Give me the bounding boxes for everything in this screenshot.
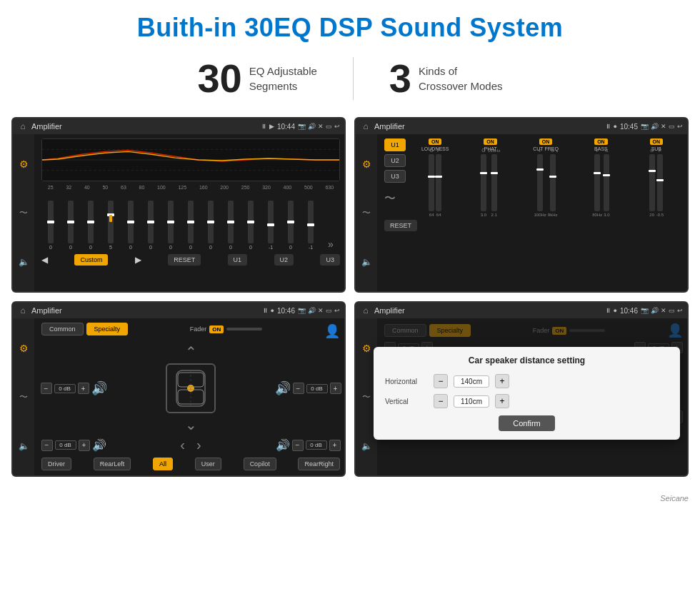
eq-slider-10[interactable]: 0	[228, 201, 234, 250]
eq-slider-1[interactable]: 0	[48, 201, 54, 250]
speaker-common-tab[interactable]: Common	[41, 323, 84, 335]
cutfreq-slider-f[interactable]	[537, 154, 543, 211]
eq-slider-8[interactable]: 0	[188, 201, 194, 250]
crossover-sidebar-icon-3[interactable]: 🔈	[361, 257, 372, 267]
eq-slider-12[interactable]: -1	[268, 201, 274, 250]
speaker-driver-btn[interactable]: Driver	[41, 458, 71, 470]
fader-label: Fader	[190, 325, 207, 333]
eq-expand-icon[interactable]: »	[328, 238, 334, 250]
eq-sidebar-icon-3[interactable]: 🔈	[19, 257, 29, 267]
crossover-sidebar-icon-2[interactable]: 〜	[362, 207, 371, 219]
fader-slider[interactable]	[226, 328, 262, 330]
distance-time: 10:46	[620, 307, 638, 315]
back-icon: ↩	[334, 123, 340, 130]
home-icon[interactable]: ⌂	[17, 121, 29, 132]
speaker-down-arrow[interactable]: ⌄	[185, 416, 197, 433]
eq-sidebar-icon-1[interactable]: ⚙	[19, 158, 29, 170]
dist-sidebar-icon-1[interactable]: ⚙	[362, 343, 371, 354]
pause-icon: ⏸	[261, 123, 267, 130]
speaker-up-arrow[interactable]: ⌃	[185, 343, 197, 360]
crossover-presets: U1 U2 U3 〜	[384, 138, 406, 217]
eq-slider-4[interactable]: 5	[108, 201, 114, 250]
dist-sidebar-icon-3[interactable]: 🔈	[361, 441, 372, 451]
eq-freq-labels: 25 32 40 50 63 80 100 125 160 200 250 32…	[41, 185, 340, 190]
eq-prev-button[interactable]: ◀	[41, 255, 48, 265]
speaker-camera-icon: 📷	[298, 307, 306, 314]
crossover-home-icon[interactable]: ⌂	[360, 121, 371, 132]
sub-slider-f[interactable]	[657, 154, 663, 211]
crossover-u2-button[interactable]: U2	[384, 154, 406, 167]
cutfreq-on-btn[interactable]: ON	[539, 138, 553, 145]
speaker-br-plus[interactable]: +	[329, 440, 341, 451]
eq-slider-11[interactable]: 0	[248, 201, 254, 250]
speaker-status-icons: 📷 🔊 ✕ ▭ ↩	[298, 307, 340, 314]
vertical-minus-btn[interactable]: −	[434, 394, 448, 408]
speaker-sidebar-icon-3[interactable]: 🔈	[19, 441, 29, 451]
speaker-bl-plus[interactable]: +	[79, 440, 90, 451]
speaker-rear-right-btn[interactable]: RearRight	[298, 458, 340, 470]
eq-slider-3[interactable]: 0	[88, 201, 94, 250]
page-title: Buith-in 30EQ DSP Sound System	[0, 0, 700, 50]
horizontal-minus-btn[interactable]: −	[434, 374, 448, 388]
speaker-tl-plus[interactable]: +	[78, 383, 89, 394]
speaker-right-arrow[interactable]: ›	[196, 437, 201, 453]
vertical-plus-btn[interactable]: +	[495, 394, 509, 408]
speaker-copilot-btn[interactable]: Copilot	[244, 458, 276, 470]
phat-on-btn[interactable]: ON	[484, 138, 497, 145]
speaker-tr-value: 0 dB	[306, 384, 328, 393]
crossover-u3-button[interactable]: U3	[384, 170, 406, 183]
speaker-user-btn[interactable]: User	[195, 458, 221, 470]
loudness-on-btn[interactable]: ON	[429, 138, 442, 145]
eq-u2-button[interactable]: U2	[274, 254, 294, 266]
speaker-br-minus[interactable]: −	[292, 440, 304, 451]
loudness-slider-g[interactable]	[429, 154, 434, 211]
speaker-diagram: − 0 dB + 🔊 ⌃	[41, 343, 340, 453]
dist-sidebar-icon-2[interactable]: 〜	[362, 391, 371, 403]
eq-slider-14[interactable]: -1	[308, 201, 314, 250]
bass-slider-g[interactable]	[604, 154, 609, 211]
distance-home-icon[interactable]: ⌂	[360, 305, 371, 316]
eq-slider-6[interactable]: 0	[148, 201, 154, 250]
speaker-tl-minus[interactable]: −	[41, 383, 52, 394]
crossover-u1-button[interactable]: U1	[384, 138, 406, 151]
eq-slider-9[interactable]: 0	[208, 201, 214, 250]
speaker-screen-card: ⌂ Amplifier ⏸ ● 10:46 📷 🔊 ✕ ▭ ↩ ⚙ 〜 🔈	[11, 301, 346, 477]
speaker-left-arrow[interactable]: ‹	[180, 437, 185, 453]
speaker-sidebar-icon-1[interactable]: ⚙	[19, 343, 29, 354]
speaker-home-icon[interactable]: ⌂	[17, 305, 29, 316]
eq-next-button[interactable]: ▶	[135, 255, 141, 265]
speaker-tr-plus[interactable]: +	[330, 383, 341, 394]
eq-slider-13[interactable]: 0	[288, 201, 294, 250]
eq-bottom-bar: ◀ Custom ▶ RESET U1 U2 U3	[41, 254, 340, 266]
crossover-sidebar-icon-1[interactable]: ⚙	[362, 158, 371, 170]
dist-window-icon: ▭	[669, 307, 675, 314]
crossover-reset-button[interactable]: RESET	[384, 220, 417, 231]
speaker-bl-value: 0 dB	[55, 440, 76, 450]
speaker-tr-minus[interactable]: −	[293, 383, 304, 394]
eq-reset-button[interactable]: RESET	[168, 254, 201, 266]
eq-custom-button[interactable]: Custom	[74, 254, 108, 266]
distance-confirm-button[interactable]: Confirm	[499, 415, 555, 431]
eq-u3-button[interactable]: U3	[320, 254, 340, 266]
horizontal-plus-btn[interactable]: +	[495, 374, 509, 388]
eq-slider-5[interactable]: 0	[128, 201, 134, 250]
sub-slider-g[interactable]	[649, 154, 655, 211]
phat-slider-f[interactable]	[491, 154, 497, 211]
speaker-sidebar-icon-2[interactable]: 〜	[19, 391, 28, 403]
speaker-bl-minus[interactable]: −	[41, 440, 53, 451]
sub-on-btn[interactable]: ON	[650, 138, 664, 145]
loudness-slider-f[interactable]	[436, 154, 441, 211]
eq-slider-7[interactable]: 0	[168, 201, 174, 250]
fader-on-button[interactable]: ON	[209, 325, 224, 333]
speaker-rear-left-btn[interactable]: RearLeft	[94, 458, 131, 470]
phat-slider-g[interactable]	[481, 154, 486, 211]
eq-slider-2[interactable]: 0	[68, 201, 74, 250]
eq-sidebar-icon-2[interactable]: 〜	[19, 207, 28, 219]
phat-sliders: G 3.0 120Hz	[481, 153, 501, 217]
bass-slider-f[interactable]	[594, 154, 600, 211]
cutfreq-slider-g[interactable]	[550, 154, 556, 211]
bass-on-btn[interactable]: ON	[594, 138, 608, 145]
speaker-specialty-tab[interactable]: Specialty	[86, 323, 129, 335]
speaker-all-btn[interactable]: All	[153, 458, 173, 470]
eq-u1-button[interactable]: U1	[228, 254, 248, 266]
